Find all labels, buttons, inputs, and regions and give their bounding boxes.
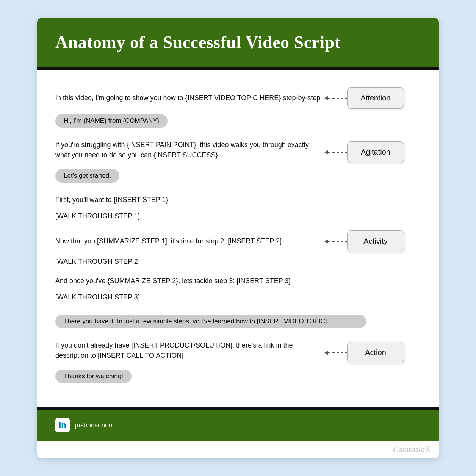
name-company-tag: Hi, I'm {NAME} from {COMPANY} bbox=[55, 114, 168, 128]
agitation-line2: what you need to do so you can {INSERT S… bbox=[55, 151, 218, 159]
arrow-left-icon bbox=[324, 239, 328, 244]
step1-intro-text: First, you'll want to {INSERT STEP 1} bbox=[55, 195, 321, 205]
action-connector: Action bbox=[324, 340, 404, 363]
thanks-tag-section: Thanks for watching! bbox=[55, 366, 421, 386]
step3-intro-section: And once you've {SUMMARIZE STEP 2}, lets… bbox=[55, 276, 421, 286]
footer-bar: in justincsimon bbox=[37, 410, 439, 441]
attention-row: In this video, I'm going to show you how… bbox=[55, 87, 421, 109]
arrow-left-icon bbox=[324, 96, 328, 100]
camtasia-label: Camtasia® bbox=[393, 445, 431, 454]
agitation-line1: If you're struggling with {INSERT PAIN P… bbox=[55, 141, 309, 149]
agitation-row: If you're struggling with {INSERT PAIN P… bbox=[55, 140, 421, 163]
intro-text: In this video, I'm going to show you how… bbox=[55, 93, 321, 103]
attention-label: Attention bbox=[347, 87, 404, 109]
activity-arrow bbox=[324, 239, 347, 244]
dashed-line bbox=[328, 352, 347, 353]
agitation-arrow bbox=[324, 150, 347, 155]
step1-intro-section: First, you'll want to {INSERT STEP 1} bbox=[55, 195, 421, 205]
tag2-section: Let's get started. bbox=[55, 166, 421, 186]
arrow-left-icon bbox=[324, 150, 328, 155]
page-title: Anatomy of a Successful Video Script bbox=[55, 32, 421, 52]
black-divider-top bbox=[37, 67, 439, 70]
activity-label: Activity bbox=[347, 230, 404, 252]
action-line2: description to [INSERT CALL TO ACTION] bbox=[55, 352, 183, 359]
thanks-tag: Thanks for watching! bbox=[55, 370, 132, 383]
walk-step1-text: [WALK THROUGH STEP 1] bbox=[55, 211, 321, 221]
attention-arrow bbox=[324, 96, 347, 100]
walk-step2-text: [WALK THROUGH STEP 2] bbox=[55, 257, 321, 267]
action-label: Action bbox=[347, 342, 404, 363]
tag1-section: Hi, I'm {NAME} from {COMPANY} bbox=[55, 111, 421, 131]
walk-step3-text: [WALK THROUGH STEP 3] bbox=[55, 292, 321, 302]
dashed-line bbox=[328, 98, 347, 99]
walk-step1-section: [WALK THROUGH STEP 1] bbox=[55, 211, 421, 221]
action-row: If you don't already have [INSERT PRODUC… bbox=[55, 340, 421, 363]
agitation-label: Agitation bbox=[347, 141, 404, 163]
linkedin-handle: justincsimon bbox=[75, 421, 113, 429]
get-started-tag: Let's get started. bbox=[55, 169, 119, 183]
header-bar: Anatomy of a Successful Video Script bbox=[37, 18, 439, 67]
action-text: If you don't already have [INSERT PRODUC… bbox=[55, 340, 321, 361]
walk-step2-section: [WALK THROUGH STEP 2] bbox=[55, 257, 421, 267]
linkedin-icon: in bbox=[55, 418, 70, 432]
content-area: In this video, I'm going to show you how… bbox=[37, 70, 439, 407]
main-card: Anatomy of a Successful Video Script In … bbox=[37, 18, 439, 458]
action-line1: If you don't already have [INSERT PRODUC… bbox=[55, 341, 293, 349]
action-arrow bbox=[324, 351, 347, 355]
black-divider-bottom bbox=[37, 407, 439, 410]
dashed-line bbox=[328, 241, 347, 242]
walk-step3-section: [WALK THROUGH STEP 3] bbox=[55, 292, 421, 302]
summary-tag-section: There you have it. In just a few simple … bbox=[55, 312, 421, 331]
agitation-text: If you're struggling with {INSERT PAIN P… bbox=[55, 140, 321, 160]
arrow-left-icon bbox=[324, 351, 328, 355]
summary-tag: There you have it. In just a few simple … bbox=[55, 315, 366, 328]
step3-intro-text: And once you've {SUMMARIZE STEP 2}, lets… bbox=[55, 276, 321, 286]
activity-connector: Activity bbox=[324, 230, 404, 252]
camtasia-watermark: Camtasia® bbox=[37, 441, 439, 458]
agitation-connector: Agitation bbox=[324, 140, 404, 163]
activity-row: Now that you [SUMMARIZE STEP 1], it's ti… bbox=[55, 230, 421, 252]
dashed-line bbox=[328, 152, 347, 153]
step2-intro-text: Now that you [SUMMARIZE STEP 1], it's ti… bbox=[55, 236, 321, 246]
attention-connector: Attention bbox=[324, 87, 404, 109]
